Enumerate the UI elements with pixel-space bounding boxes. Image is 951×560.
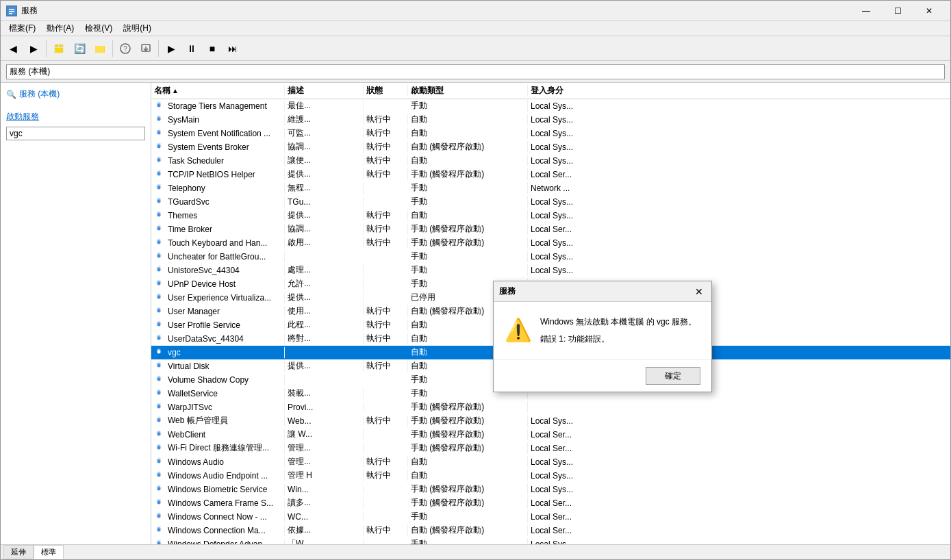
toolbar-refresh[interactable]: 🔄	[70, 39, 89, 58]
cell-startup: 手動	[408, 182, 528, 194]
search-input[interactable]	[6, 127, 145, 140]
table-row[interactable]: Storage Tiers Management 最佳... 手動 Local …	[151, 99, 950, 113]
cell-startup: 手動	[408, 100, 528, 112]
menu-view[interactable]: 檢視(V)	[79, 21, 118, 36]
table-row[interactable]: TCP/IP NetBIOS Helper 提供... 執行中 手動 (觸發程序…	[151, 168, 950, 181]
service-icon	[154, 511, 165, 522]
cell-status: 執行中	[364, 141, 408, 153]
sidebar-start-link[interactable]: 啟動服務	[6, 112, 39, 121]
svg-rect-4	[55, 44, 58, 47]
cell-desc: Win...	[285, 485, 364, 494]
table-row[interactable]: Touch Keyboard and Han... 啟用... 執行中 手動 (…	[151, 236, 950, 250]
minimize-button[interactable]: —	[850, 1, 882, 21]
menu-help[interactable]: 說明(H)	[118, 21, 157, 36]
toolbar-stop[interactable]: ■	[203, 39, 222, 58]
cell-startup: 自動	[408, 155, 528, 166]
cell-startup: 手動 (觸發程序啟動)	[408, 401, 528, 413]
toolbar-back[interactable]: ◀	[3, 39, 23, 58]
modal-ok-button[interactable]: 確定	[646, 367, 700, 385]
modal-body: ⚠️ Windows 無法啟動 本機電腦 的 vgc 服務。 錯誤 1: 功能錯…	[494, 302, 711, 359]
table-row[interactable]: Windows Biometric Service Win... 手動 (觸發程…	[151, 483, 950, 496]
service-icon	[154, 238, 165, 249]
table-row[interactable]: WebClient 讓 W... 手動 (觸發程序啟動) Local Ser..…	[151, 428, 950, 442]
cell-login: Local Sys...	[528, 101, 596, 111]
cell-desc: 提供...	[285, 292, 364, 303]
cell-login: Local Sys...	[528, 252, 596, 262]
col-header-status[interactable]: 狀態	[364, 85, 408, 97]
cell-desc: 讀多...	[285, 497, 364, 509]
cell-name: Volume Shadow Copy	[151, 374, 285, 385]
toolbar-up[interactable]	[49, 39, 68, 58]
cell-name: WebClient	[151, 429, 285, 440]
cell-name: UserDataSvc_44304	[151, 333, 285, 344]
main-area: 🔍 服務 (本機) 啟動服務 名稱 ▲ 描述 狀	[1, 83, 950, 544]
cell-name: TGuardSvc	[151, 196, 285, 207]
cell-name: Uncheater for BattleGrou...	[151, 251, 285, 262]
toolbar-folder[interactable]	[90, 39, 110, 58]
col-header-login[interactable]: 登入身分	[528, 85, 596, 97]
table-row[interactable]: Telephony 無程... 手動 Network ...	[151, 181, 950, 195]
close-button[interactable]: ✕	[913, 1, 945, 21]
col-header-name[interactable]: 名稱 ▲	[151, 85, 285, 97]
table-row[interactable]: Themes 提供... 執行中 自動 Local Sys...	[151, 209, 950, 222]
toolbar-export[interactable]	[136, 39, 155, 58]
cell-name: Touch Keyboard and Han...	[151, 238, 285, 249]
service-icon	[154, 101, 165, 112]
table-row[interactable]: TGuardSvc TGu... 手動 Local Sys...	[151, 195, 950, 209]
col-header-startup[interactable]: 啟動類型	[408, 85, 528, 97]
toolbar-restart[interactable]: ⏭	[223, 39, 242, 58]
service-icon	[154, 210, 165, 221]
cell-desc: 讓便...	[285, 155, 364, 166]
table-row[interactable]: Wi-Fi Direct 服務連線管理... 管理... 手動 (觸發程序啟動)…	[151, 442, 950, 455]
table-row[interactable]: Windows Audio 管理... 執行中 自動 Local Sys...	[151, 455, 950, 469]
table-row[interactable]: SysMain 維護... 執行中 自動 Local Sys...	[151, 113, 950, 127]
cell-login: Network ...	[528, 183, 596, 193]
sidebar-services-label[interactable]: 服務 (本機)	[19, 88, 60, 100]
toolbar-pause[interactable]: ⏸	[182, 39, 201, 58]
menu-action[interactable]: 動作(A)	[41, 21, 79, 36]
modal-close-button[interactable]: ✕	[692, 285, 706, 298]
cell-login: Local Sys...	[528, 266, 596, 275]
maximize-button[interactable]: ☐	[882, 1, 913, 21]
col-header-desc[interactable]: 描述	[285, 85, 364, 97]
cell-name: Telephony	[151, 183, 285, 194]
table-row[interactable]: Windows Defender Advan... 「W... 手動 Local…	[151, 537, 950, 544]
table-row[interactable]: Windows Connect Now - ... WC... 手動 Local…	[151, 510, 950, 524]
table-row[interactable]: Web 帳戶管理員 Web... 執行中 手動 (觸發程序啟動) Local S…	[151, 414, 950, 428]
cell-status: 執行中	[364, 524, 408, 536]
cell-name: WalletService	[151, 388, 285, 399]
cell-name: System Event Notification ...	[151, 128, 285, 139]
table-row[interactable]: Uncheater for BattleGrou... 手動 Local Sys…	[151, 250, 950, 264]
service-icon	[154, 402, 165, 413]
table-row[interactable]: System Events Broker 協調... 執行中 自動 (觸發程序啟…	[151, 140, 950, 154]
cell-login: Local Sys...	[528, 485, 596, 494]
svg-text:?: ?	[123, 45, 127, 53]
table-row[interactable]: Time Broker 協調... 執行中 手動 (觸發程序啟動) Local …	[151, 222, 950, 236]
toolbar-help[interactable]: ?	[116, 39, 135, 58]
cell-status: 執行中	[364, 114, 408, 125]
modal-title: 服務	[499, 285, 516, 297]
cell-name: Themes	[151, 210, 285, 221]
cell-startup: 自動	[408, 127, 528, 139]
toolbar-forward[interactable]: ▶	[24, 39, 43, 58]
cell-name: Wi-Fi Direct 服務連線管理...	[151, 442, 285, 454]
table-row[interactable]: Windows Camera Frame S... 讀多... 手動 (觸發程序…	[151, 496, 950, 510]
table-row[interactable]: Windows Connection Ma... 依據... 執行中 自動 (觸…	[151, 524, 950, 537]
table-row[interactable]: Task Scheduler 讓便... 執行中 自動 Local Sys...	[151, 154, 950, 168]
toolbar-play[interactable]: ▶	[162, 39, 181, 58]
cell-name: Windows Camera Frame S...	[151, 498, 285, 509]
cell-desc: 可監...	[285, 127, 364, 139]
cell-name: SysMain	[151, 114, 285, 125]
main-window: 服務 — ☐ ✕ 檔案(F) 動作(A) 檢視(V) 說明(H) ◀ ▶ 🔄 ?	[0, 0, 951, 560]
status-tab-extended[interactable]: 延伸	[3, 545, 34, 559]
table-row[interactable]: WarpJITSvc Provi... 手動 (觸發程序啟動)	[151, 400, 950, 414]
menu-file[interactable]: 檔案(F)	[3, 21, 41, 36]
cell-login: Local Sys...	[528, 416, 596, 426]
cell-startup: 手動 (觸發程序啟動)	[408, 429, 528, 440]
table-row[interactable]: Windows Audio Endpoint ... 管理 H 執行中 自動 L…	[151, 469, 950, 483]
svg-rect-6	[55, 48, 63, 53]
table-row[interactable]: System Event Notification ... 可監... 執行中 …	[151, 127, 950, 140]
cell-login: Local Ser...	[528, 225, 596, 234]
table-row[interactable]: UnistoreSvc_44304 處理... 手動 Local Sys...	[151, 264, 950, 277]
status-tab-standard[interactable]: 標準	[34, 545, 64, 559]
